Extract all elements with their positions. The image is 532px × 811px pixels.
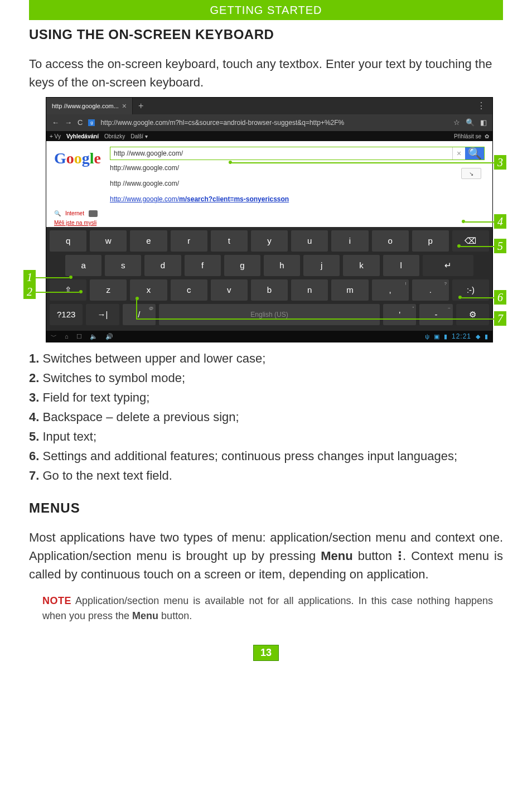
key-backspace[interactable]: ⌫	[452, 230, 489, 252]
browser-tab[interactable]: http //www.google.com... ×	[46, 98, 133, 114]
key-c[interactable]: c	[171, 279, 207, 301]
key-w[interactable]: w	[90, 230, 127, 252]
heading-keyboard: USING THE ON-SCREEN KEYBOARD	[29, 25, 503, 45]
heading-menus: MENUS	[29, 498, 503, 518]
new-tab-button[interactable]: +	[133, 99, 149, 113]
key-g[interactable]: g	[224, 255, 260, 276]
suggestion-3[interactable]: http://www.google.com/m/search?client=ms…	[110, 191, 485, 207]
key-m[interactable]: m	[331, 279, 368, 301]
key-slash[interactable]: /	[123, 304, 156, 325]
intro-text: To access the on-screen keyboard, touch …	[29, 55, 503, 91]
callout-2: 2	[23, 284, 36, 299]
key-f[interactable]: f	[185, 255, 221, 276]
key-dash[interactable]: -	[419, 304, 452, 325]
mic-button[interactable]: ↘	[461, 168, 481, 179]
callout-7: 7	[494, 311, 506, 326]
key-q[interactable]: q	[50, 230, 86, 252]
key-p[interactable]: p	[412, 230, 449, 252]
key-period[interactable]: .	[412, 279, 449, 301]
sys-vol2-icon[interactable]: 🔊	[105, 332, 113, 341]
key-l[interactable]: l	[383, 255, 419, 276]
page-number: 13	[253, 645, 279, 661]
search-input[interactable]: http //www.google.com/	[110, 147, 453, 160]
subnav-search[interactable]: Vyhledávání	[66, 132, 99, 141]
key-v[interactable]: v	[211, 279, 248, 301]
camera-icon[interactable]	[89, 210, 98, 217]
sys-home-icon[interactable]: ⌂	[65, 332, 69, 341]
reload-icon[interactable]: C	[78, 117, 83, 128]
close-icon[interactable]: ×	[122, 100, 127, 112]
legend-7: 7. Go to the next text field.	[29, 466, 503, 485]
key-e[interactable]: e	[130, 230, 167, 252]
tab-title: http //www.google.com...	[52, 102, 119, 111]
android-sysbar: ﹀ ⌂ ☐ 🔈 🔊 ψ ▣ ▮ 12:21 ◆ ▮	[46, 331, 492, 342]
suggestion-2[interactable]: http //www.google.com/	[110, 176, 485, 191]
legend-4: 4. Backspace – delete a previous sign;	[29, 408, 503, 426]
keyboard-legend: 1. Switches between upper and lower case…	[29, 349, 503, 485]
key-z[interactable]: z	[90, 279, 127, 301]
key-next-field[interactable]: →|	[86, 304, 119, 325]
key-comma[interactable]: ,	[372, 279, 409, 301]
key-u[interactable]: u	[291, 230, 328, 252]
forward-icon[interactable]: →	[65, 117, 72, 128]
key-s[interactable]: s	[105, 255, 141, 276]
key-r[interactable]: r	[171, 230, 207, 252]
key-a[interactable]: a	[65, 255, 101, 276]
callout-3: 3	[494, 155, 506, 170]
menus-paragraph: Most applications have two types of menu…	[29, 528, 503, 583]
key-k[interactable]: k	[343, 255, 379, 276]
callout-line-1	[36, 277, 69, 278]
note-block: NOTE Application/section menu is availab…	[29, 593, 503, 624]
key-settings[interactable]: ⚙	[456, 304, 489, 325]
subnav-images[interactable]: Obrázky	[104, 132, 125, 141]
sys-usb-icon: ψ	[425, 332, 429, 341]
sys-vol-icon[interactable]: 🔈	[90, 332, 98, 341]
gear-icon[interactable]: ✿	[485, 132, 489, 141]
key-t[interactable]: t	[211, 230, 248, 252]
key-space[interactable]: English (US)	[159, 304, 380, 325]
callout-line-7v	[136, 299, 137, 320]
key-i[interactable]: i	[331, 230, 368, 252]
browser-urlbar: ← → C g http://www.google.com/m?hl=cs&so…	[46, 114, 492, 131]
sys-dl-icon: ▣	[434, 332, 439, 341]
url-text[interactable]: http://www.google.com/m?hl=cs&source=and…	[100, 118, 448, 128]
tab-menu-icon[interactable]: ⋮	[470, 99, 492, 113]
key-apostrophe[interactable]: '	[383, 304, 416, 325]
key-b[interactable]: b	[251, 279, 288, 301]
back-icon[interactable]: ←	[52, 117, 59, 128]
did-you-mean[interactable]: Měli jste na mysli	[54, 219, 485, 227]
sys-hide-icon[interactable]: ﹀	[51, 332, 57, 341]
internet-label: Internet	[65, 209, 84, 218]
menu-icon	[397, 550, 403, 561]
section-banner: GETTING STARTED	[29, 0, 503, 20]
bookmark-icon[interactable]: ◧	[480, 117, 487, 128]
callout-dot-7	[136, 297, 139, 300]
callout-line-4	[465, 221, 494, 223]
clear-icon[interactable]: ×	[453, 147, 465, 160]
star-icon[interactable]: ☆	[453, 117, 460, 128]
subnav-vy[interactable]: + Vy	[50, 132, 61, 141]
note-label: NOTE	[42, 595, 71, 606]
key-enter[interactable]: ↵	[423, 255, 473, 276]
key-symbols[interactable]: ?123	[50, 304, 83, 325]
onscreen-keyboard: q w e r t y u i o p ⌫ a s d f g	[46, 227, 492, 331]
callout-line-5	[461, 246, 494, 247]
callout-line-2	[36, 292, 79, 293]
key-d[interactable]: d	[144, 255, 181, 276]
search-button[interactable]: 🔍	[465, 147, 484, 160]
internet-icon: 🔍	[54, 209, 61, 218]
sys-recent-icon[interactable]: ☐	[76, 332, 82, 341]
subnav-more[interactable]: Další ▾	[130, 132, 148, 141]
callout-dot-1	[69, 276, 72, 279]
key-n[interactable]: n	[291, 279, 328, 301]
subnav-signin[interactable]: Přihlásit se	[454, 132, 481, 141]
sys-wifi-icon: ◆	[476, 332, 480, 341]
key-h[interactable]: h	[264, 255, 300, 276]
callout-4: 4	[494, 214, 506, 229]
key-j[interactable]: j	[303, 255, 340, 276]
callout-dot-6	[458, 296, 462, 299]
legend-3: 3. Field for text typing;	[29, 388, 503, 407]
key-o[interactable]: o	[372, 230, 409, 252]
search-icon[interactable]: 🔍	[466, 117, 475, 128]
key-y[interactable]: y	[251, 230, 288, 252]
